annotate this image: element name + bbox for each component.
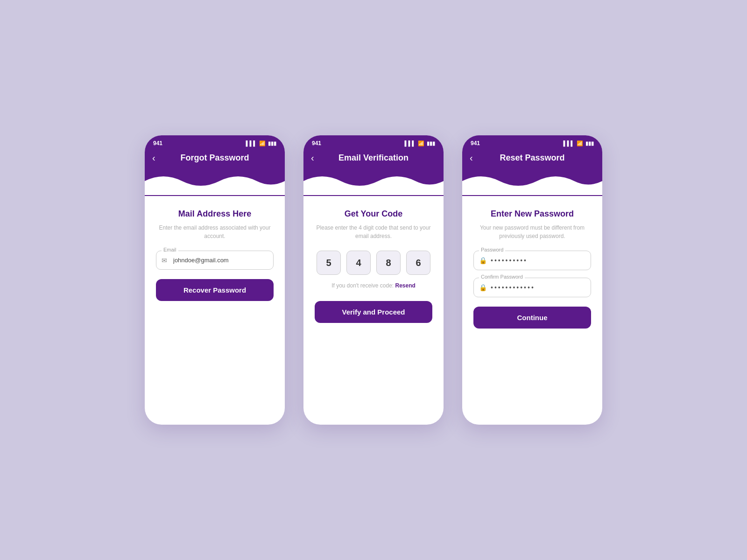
- email-label: Email: [162, 247, 178, 252]
- header-1: ‹ Forgot Password: [145, 149, 285, 196]
- confirm-password-input[interactable]: [473, 278, 591, 297]
- status-icons-2: ▌▌▌ 📶 ▮▮▮: [405, 140, 435, 147]
- header-title-1: Forgot Password: [180, 153, 249, 163]
- resend-link[interactable]: Resend: [395, 282, 416, 289]
- email-verification-card: 941 ▌▌▌ 📶 ▮▮▮ ‹ Email Verification Get Y…: [303, 135, 444, 425]
- otp-container: 5 4 8 6: [317, 251, 430, 275]
- signal-icon-3: ▌▌▌: [564, 140, 574, 146]
- status-bar-2: 941 ▌▌▌ 📶 ▮▮▮: [303, 135, 444, 149]
- otp-digit-3[interactable]: 8: [376, 251, 401, 275]
- header-2: ‹ Email Verification: [303, 149, 444, 196]
- lock-icon-1: 🔒: [479, 257, 487, 264]
- wave-2: [303, 172, 444, 197]
- status-icons-3: ▌▌▌ 📶 ▮▮▮: [564, 140, 594, 147]
- confirm-password-group: Confirm Password 🔒: [473, 278, 591, 297]
- otp-digit-4[interactable]: 6: [406, 251, 430, 275]
- wave-3: [462, 172, 602, 197]
- section-desc-3: Your new password must be different from…: [473, 224, 591, 240]
- battery-icon-2: ▮▮▮: [427, 140, 435, 147]
- header-3: ‹ Reset Password: [462, 149, 602, 196]
- verify-proceed-button[interactable]: Verify and Proceed: [315, 301, 432, 323]
- status-time-2: 941: [312, 140, 321, 147]
- wave-1: [145, 172, 285, 197]
- header-title-3: Reset Password: [500, 153, 564, 163]
- battery-icon-3: ▮▮▮: [585, 140, 594, 147]
- email-input[interactable]: [156, 251, 274, 270]
- section-desc-2: Please enter the 4 digit code that send …: [315, 224, 432, 240]
- section-title-2: Get Your Code: [345, 209, 402, 219]
- email-group: Email ✉: [156, 251, 274, 270]
- card-body-1: Mail Address Here Enter the email addres…: [145, 196, 285, 425]
- back-button-3[interactable]: ‹: [470, 153, 473, 163]
- otp-digit-2[interactable]: 4: [346, 251, 371, 275]
- status-time-3: 941: [471, 140, 480, 147]
- otp-digit-1[interactable]: 5: [317, 251, 341, 275]
- card-body-2: Get Your Code Please enter the 4 digit c…: [303, 196, 444, 425]
- resend-text: If you don't receive code: Resend: [331, 282, 416, 289]
- status-bar-3: 941 ▌▌▌ 📶 ▮▮▮: [462, 135, 602, 149]
- password-input[interactable]: [473, 251, 591, 270]
- section-title-1: Mail Address Here: [178, 209, 251, 219]
- status-time-1: 941: [153, 140, 162, 147]
- wifi-icon-2: 📶: [418, 140, 424, 147]
- password-group: Password 🔒: [473, 251, 591, 270]
- confirm-password-label: Confirm Password: [479, 274, 525, 280]
- continue-button[interactable]: Continue: [473, 307, 591, 329]
- email-icon: ✉: [162, 257, 167, 264]
- signal-icon-2: ▌▌▌: [405, 140, 416, 146]
- section-title-3: Enter New Password: [491, 209, 574, 219]
- header-title-2: Email Verification: [338, 153, 409, 163]
- card-body-3: Enter New Password Your new password mus…: [462, 196, 602, 425]
- recover-password-button[interactable]: Recover Password: [156, 279, 274, 301]
- reset-password-card: 941 ▌▌▌ 📶 ▮▮▮ ‹ Reset Password Enter New…: [462, 135, 602, 425]
- section-desc-1: Enter the email address associated with …: [156, 224, 274, 240]
- battery-icon-1: ▮▮▮: [268, 140, 276, 147]
- wifi-icon-1: 📶: [259, 140, 266, 147]
- wifi-icon-3: 📶: [577, 140, 583, 147]
- status-bar-1: 941 ▌▌▌ 📶 ▮▮▮: [145, 135, 285, 149]
- signal-icon-1: ▌▌▌: [246, 140, 257, 146]
- lock-icon-2: 🔒: [479, 284, 487, 291]
- back-button-1[interactable]: ‹: [152, 153, 155, 163]
- password-label: Password: [479, 247, 505, 252]
- status-icons-1: ▌▌▌ 📶 ▮▮▮: [246, 140, 276, 147]
- back-button-2[interactable]: ‹: [311, 153, 314, 163]
- forgot-password-card: 941 ▌▌▌ 📶 ▮▮▮ ‹ Forgot Password Mail Add…: [145, 135, 285, 425]
